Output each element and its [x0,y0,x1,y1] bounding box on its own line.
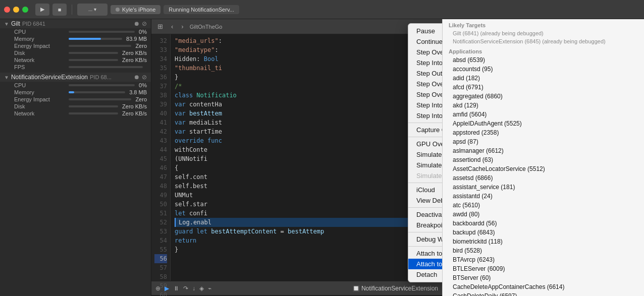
scheme-selector[interactable]: ... ▾ [77,4,108,16]
code-line: self.star [175,200,438,209]
app-list-item[interactable]: atc (5610) [443,201,644,210]
process-nse-icons: ⏺⊘ [134,74,147,81]
app-list-item[interactable]: backupd (6843) [443,228,644,237]
applications-list: absd (6539)accountsd (95)adid (182)afcd … [443,55,644,296]
code-line: Hidden: Bool [175,54,438,64]
app-list-item[interactable]: awdd (80) [443,210,644,219]
gilt-network-row: Network Zero KB/s [0,56,151,64]
gilt-disk-bar-container [69,52,118,54]
target-nse-debugging[interactable]: NotificationServiceExtension (6845) (alr… [443,37,644,45]
app-list-item[interactable]: afcd (6791) [443,83,644,92]
minimize-button[interactable] [13,7,19,13]
gilt-cpu-row: CPU 0% [0,28,151,35]
bottom-bar-target: 🔲 NotificationServiceExtension [352,285,438,292]
code-line: (UNNotifi [175,154,438,163]
gilt-network-label: Network [14,57,65,63]
app-list-item[interactable]: assertiond (63) [443,155,644,164]
gilt-network-value: Zero KB/s [122,57,147,63]
gilt-fps-label: FPS [14,64,65,70]
app-list-item[interactable]: appstored (2358) [443,128,644,137]
code-line: "thumbnail_ti [175,64,438,73]
code-area: 3233343536 3738394041 4243444546 4748495… [151,34,442,281]
app-list-item[interactable]: assistant_service (181) [443,183,644,192]
code-line: var bestAttem [175,109,438,118]
nse-network-row: Network Zero KB/s [0,110,151,117]
app-list-item[interactable]: BTAvrcp (6243) [443,255,644,264]
running-tab[interactable]: Running NotificationServ... [164,5,239,14]
code-line: var mediaList [175,118,438,127]
code-line: } [175,73,438,82]
main-content: ▼ Gilt PID 6841 ⏺⊘ CPU 0% Memory 83.9 MB… [0,19,644,296]
code-line: } [175,245,438,254]
grid-view-btn[interactable]: ⊞ [155,22,165,31]
device-name: Kyle's iPhone [122,7,155,13]
close-button[interactable] [4,7,10,13]
bottom-bar-play[interactable]: ▶ [165,285,169,292]
app-list-item[interactable]: assetsd (6866) [443,173,644,183]
process-gilt-header[interactable]: ▼ Gilt PID 6841 ⏺⊘ [0,19,151,28]
line-numbers: 3233343536 3738394041 4243444546 4748495… [151,34,171,281]
app-list-item[interactable]: apsd (87) [443,137,644,146]
app-list-item[interactable]: akd (129) [443,101,644,110]
forward-btn[interactable]: › [179,22,185,31]
play-button[interactable]: ▶ [35,4,49,16]
gilt-energy-value: Zero [135,43,147,49]
nse-memory-value: 3.8 MB [129,89,147,95]
code-line: override func [175,136,438,145]
nse-disk-bar-container [69,105,118,107]
device-tab[interactable]: Kyle's iPhone [111,5,160,14]
gilt-memory-bar-container [69,38,122,40]
code-line: class Notificatio [175,91,438,100]
nse-memory-label: Memory [14,89,65,95]
gilt-network-bar-container [69,59,118,61]
nse-disk-label: Disk [14,103,65,109]
app-list-item[interactable]: biometrickitd (118) [443,237,644,246]
app-list-item[interactable]: CacheDeleteAppContainerCaches (6614) [443,282,644,291]
app-list-item[interactable]: accountsd (95) [443,65,644,74]
nse-memory-row: Memory 3.8 MB [0,89,151,96]
nse-energy-label: Energy Impact [14,96,65,102]
nse-energy-row: Energy Impact Zero [0,96,151,103]
nse-energy-bar-container [69,98,131,100]
nse-cpu-bar-container [69,84,135,86]
breadcrumb-project: GiltOnTheGo [190,24,223,30]
process-nse-header[interactable]: ▼ NotificationServiceExtension PID 68...… [0,73,151,82]
bottom-bar-connect[interactable]: ⌁ [208,285,211,292]
app-list-item[interactable]: BTLEServer (6009) [443,264,644,273]
gilt-cpu-value: 0% [139,29,147,35]
gilt-energy-bar-container [69,45,131,47]
app-list-item[interactable]: bird (5528) [443,246,644,255]
app-list-item[interactable]: backboardd (56) [443,219,644,228]
bottom-bar-down[interactable]: ↓ [192,285,195,292]
stop-button[interactable]: ■ [52,4,67,16]
editor-bottom-bar: ⊕ ▶ ⏸ ↷ ↓ ◈ ⌁ 🔲 NotificationServiceExten… [151,281,442,295]
app-list-item[interactable]: assistantd (24) [443,192,644,201]
app-list-item[interactable]: BTServer (60) [443,273,644,282]
app-list-item[interactable]: aslmanager (6612) [443,146,644,155]
gilt-cpu-bar-container [69,31,135,33]
app-list-item[interactable]: aggregated (6860) [443,92,644,101]
app-list-item[interactable]: absd (6539) [443,55,644,65]
bottom-bar-icon1[interactable]: ⊕ [155,285,160,292]
code-line-current: Log.enabl [175,218,438,227]
app-list-item[interactable]: amfid (5604) [443,110,644,119]
breadcrumb: GiltOnTheGo [190,24,223,30]
bottom-bar-pause[interactable]: ⏸ [173,285,179,292]
fullscreen-button[interactable] [22,7,28,13]
app-list-item[interactable]: AssetCacheLocatorService (5512) [443,164,644,173]
app-list-item[interactable]: AppleIDAuthAgent (5525) [443,119,644,128]
code-line: var startTime [175,127,438,136]
app-list-item[interactable]: CachDeleteDaily (6597) [443,291,644,296]
app-list-item[interactable]: adid (182) [443,74,644,83]
separator [72,5,72,15]
nse-cpu-label: CPU [14,82,65,88]
target-gilt-debugging[interactable]: Gilt (6841) (already being debugged) [443,29,644,37]
bottom-bar-step[interactable]: ↷ [183,285,188,292]
gilt-memory-bar [69,38,101,40]
bottom-bar-breakpoints[interactable]: ◈ [199,285,204,292]
titlebar: ▶ ■ ... ▾ Kyle's iPhone Running Notifica… [0,0,644,19]
targets-panel: Likely Targets Gilt (6841) (already bein… [442,19,644,296]
process-gilt-name: Gilt [11,20,20,27]
back-btn[interactable]: ‹ [169,22,175,31]
gilt-memory-label: Memory [14,36,65,42]
